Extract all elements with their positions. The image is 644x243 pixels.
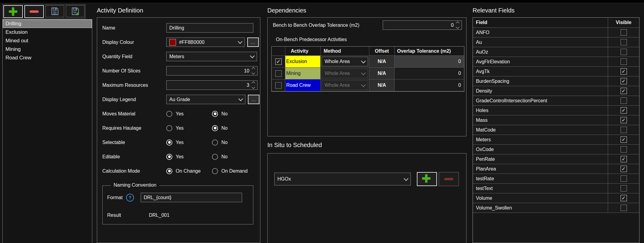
dependency-activity-cell: Exclusion [285, 56, 321, 68]
checkbox[interactable] [621, 205, 627, 211]
radio-row-selectable: SelectableYesNo [102, 138, 260, 147]
display-colour-select[interactable]: #FF8B0000 [166, 37, 245, 47]
bench-tolerance-input[interactable]: 0 [383, 20, 462, 30]
spinner-arrows[interactable] [456, 22, 459, 28]
tolerance-cell[interactable]: 0 [395, 56, 464, 68]
checkbox[interactable] [275, 58, 282, 65]
activity-list-section: DrillingExclusionMined outMiningRoad Cre… [2, 4, 93, 243]
maximum-resources-input[interactable]: 3 [166, 80, 258, 90]
display-legend-value: Au Grade [169, 97, 190, 102]
dependency-column-header: Activity [285, 47, 321, 56]
radio-icon[interactable] [212, 111, 218, 117]
in-situ-add-button[interactable] [417, 172, 437, 186]
radio-option-no[interactable]: No [212, 139, 258, 146]
section-title: Dependencies [267, 6, 466, 15]
radio-icon[interactable] [166, 154, 172, 160]
sidebar-item-exclusion[interactable]: Exclusion [3, 28, 92, 37]
spinner-arrows[interactable] [252, 82, 255, 88]
checkbox[interactable] [621, 29, 627, 36]
checkbox[interactable] [621, 156, 627, 162]
checkbox[interactable] [621, 78, 627, 84]
name-input[interactable]: Drilling [166, 23, 253, 33]
radio-option-no[interactable]: No [212, 154, 258, 160]
radio-option-yes[interactable]: Yes [166, 125, 212, 131]
dependency-checkbox-cell [272, 56, 285, 68]
checkbox[interactable] [621, 97, 627, 104]
radio-option-yes[interactable]: Yes [166, 139, 212, 146]
checkbox[interactable] [621, 185, 627, 192]
chevron-down-icon [361, 58, 366, 63]
radio-icon[interactable] [212, 154, 218, 160]
tolerance-cell[interactable]: 0 [395, 79, 464, 91]
field-name-cell: PenRate [473, 154, 608, 164]
radio-icon[interactable] [166, 168, 172, 174]
checkbox[interactable] [621, 39, 627, 45]
dependency-activity-cell: Road Crew [285, 79, 321, 91]
radio-icon[interactable] [166, 139, 172, 146]
field-name-cell: Density [473, 86, 608, 96]
checkbox[interactable] [621, 107, 627, 114]
in-situ-field-select[interactable]: HGOx [274, 173, 411, 185]
display-colour-value-wrap: #FF8B0000 [169, 39, 205, 46]
remove-activity-button[interactable] [24, 5, 44, 18]
number-of-slices-label: Number Of Slices [102, 68, 166, 74]
display-colour-label: Display Colour [102, 40, 166, 45]
quantity-field-label: Quantity Field [102, 54, 166, 59]
tolerance-cell[interactable]: 0 [395, 68, 464, 79]
method-select[interactable]: Whole Area [322, 57, 368, 66]
checkbox[interactable] [621, 166, 627, 172]
sidebar-item-road-crew[interactable]: Road Crew [3, 54, 92, 62]
number-of-slices-input[interactable]: 10 [166, 66, 258, 76]
radio-option-yes[interactable]: Yes [166, 111, 212, 117]
radio-icon[interactable] [212, 139, 218, 146]
checkbox[interactable] [621, 68, 627, 75]
chevron-down-icon [404, 176, 409, 181]
radio-option-no[interactable]: No [212, 125, 258, 131]
add-activity-button[interactable] [3, 5, 23, 18]
sidebar-item-drilling[interactable]: Drilling [3, 19, 92, 28]
checkbox[interactable] [621, 117, 627, 123]
checkbox[interactable] [621, 127, 627, 133]
radio-option-on-change[interactable]: On Change [166, 168, 212, 174]
sidebar-item-mined-out[interactable]: Mined out [3, 37, 92, 45]
checkbox[interactable] [621, 175, 627, 182]
sidebar-item-mining[interactable]: Mining [3, 45, 92, 54]
format-input[interactable]: DRL_{count} [141, 193, 242, 202]
visible-cell [608, 174, 639, 184]
checkbox[interactable] [275, 82, 282, 89]
in-situ-panel: HGOx [267, 153, 466, 243]
dependency-method-cell: Whole Area [321, 79, 369, 91]
radio-option-label: No [221, 154, 227, 160]
quantity-field-select[interactable]: Meters [166, 52, 257, 61]
display-legend-ellipsis-button[interactable]: ... [248, 95, 259, 104]
help-icon[interactable]: ? [126, 194, 134, 202]
checkbox[interactable] [621, 88, 627, 94]
radio-icon[interactable] [166, 125, 172, 131]
radio-icon[interactable] [212, 125, 218, 131]
checkbox[interactable] [621, 58, 627, 65]
save-button[interactable] [45, 5, 64, 17]
checkbox[interactable] [621, 195, 627, 201]
visible-cell [608, 96, 639, 106]
in-situ-field-value: HGOx [277, 176, 291, 182]
method-select[interactable]: Whole Area [322, 80, 368, 90]
checkbox[interactable] [621, 146, 627, 153]
display-colour-ellipsis-button[interactable]: ... [247, 37, 259, 47]
in-situ-remove-button[interactable] [439, 172, 459, 186]
radio-option-yes[interactable]: Yes [166, 154, 212, 160]
visible-cell [608, 28, 639, 37]
radio-icon[interactable] [166, 111, 172, 117]
radio-option-on-demand[interactable]: On Demand [212, 168, 258, 174]
checkbox[interactable] [621, 136, 627, 143]
display-legend-select[interactable]: Au Grade [166, 95, 245, 104]
method-value: Whole Area [325, 59, 350, 64]
method-select[interactable]: Whole Area [322, 69, 368, 78]
spinner-arrows[interactable] [252, 68, 255, 74]
radio-option-no[interactable]: No [212, 111, 258, 117]
radio-icon[interactable] [212, 168, 218, 174]
save-new-button[interactable] [66, 5, 85, 17]
checkbox[interactable] [275, 70, 282, 77]
radio-row-label: Calculation Mode [102, 168, 166, 174]
visible-cell [608, 76, 639, 86]
checkbox[interactable] [621, 49, 627, 55]
